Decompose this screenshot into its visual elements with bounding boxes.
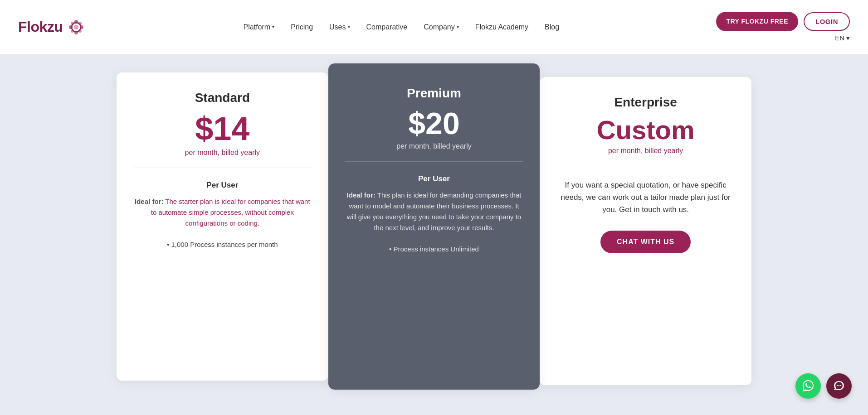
standard-billing: per month, billed yearly — [133, 149, 312, 157]
premium-features: Process instances Unlimited — [345, 242, 524, 256]
standard-ideal-for: Ideal for: The starter plan is ideal for… — [133, 196, 312, 229]
nav-academy[interactable]: Flokzu Academy — [467, 19, 536, 35]
enterprise-price: Custom — [556, 117, 735, 143]
header-buttons: TRY FLOKZU FREE LOGIN — [716, 12, 850, 31]
floating-chat-buttons — [795, 373, 852, 399]
premium-card: Premium $20 per month, billed yearly Per… — [328, 63, 540, 390]
svg-point-9 — [74, 25, 78, 29]
chevron-down-icon: ▾ — [272, 24, 274, 29]
enterprise-description: If you want a special quotation, or have… — [556, 179, 735, 216]
standard-ideal-text: The starter plan is ideal for companies … — [151, 198, 310, 227]
language-selector[interactable]: EN ▾ — [835, 34, 850, 42]
try-free-button[interactable]: TRY FLOKZU FREE — [716, 12, 798, 31]
premium-price: $20 — [345, 108, 524, 139]
svg-point-10 — [837, 385, 838, 386]
premium-billing: per month, billed yearly — [345, 142, 524, 150]
header-right: TRY FLOKZU FREE LOGIN EN ▾ — [716, 12, 850, 42]
svg-point-4 — [80, 25, 83, 29]
enterprise-card: Enterprise Custom per month, billed year… — [540, 77, 751, 385]
logo[interactable]: Flokzu — [18, 17, 86, 37]
nav-comparative[interactable]: Comparative — [358, 19, 416, 35]
chevron-down-icon: ▾ — [846, 34, 850, 42]
nav-uses[interactable]: Uses ▾ — [321, 19, 358, 35]
logo-text: Flokzu — [18, 19, 63, 35]
chat-with-us-button[interactable]: CHAT WITH US — [600, 231, 691, 253]
login-button[interactable]: LOGIN — [804, 12, 850, 31]
chevron-down-icon: ▾ — [457, 24, 459, 29]
main-nav: Platform ▾ Pricing Uses ▾ Comparative Co… — [86, 19, 716, 35]
svg-point-7 — [71, 29, 74, 33]
standard-card: Standard $14 per month, billed yearly Pe… — [117, 72, 328, 381]
logo-icon — [66, 17, 86, 37]
svg-point-12 — [840, 385, 841, 386]
pricing-section: Standard $14 per month, billed yearly Pe… — [0, 54, 868, 415]
premium-feature-1: Process instances Unlimited — [345, 242, 524, 256]
live-chat-button[interactable] — [826, 373, 852, 399]
standard-features: 1,000 Process instances per month — [133, 238, 312, 252]
pricing-grid: Standard $14 per month, billed yearly Pe… — [117, 72, 751, 390]
nav-platform[interactable]: Platform ▾ — [235, 19, 283, 35]
svg-point-5 — [71, 22, 74, 25]
svg-point-6 — [78, 22, 82, 25]
enterprise-billing: per month, billed yearly — [556, 147, 735, 155]
svg-point-3 — [69, 25, 73, 29]
premium-divider — [345, 161, 524, 162]
premium-ideal-for: Ideal for: This plan is ideal for demand… — [345, 190, 524, 233]
whatsapp-icon — [801, 379, 815, 393]
whatsapp-button[interactable] — [795, 373, 821, 399]
header: Flokzu Platform ▾ Pricing Uses ▾ Comp — [0, 0, 868, 54]
enterprise-divider — [556, 166, 735, 166]
standard-feature-1: 1,000 Process instances per month — [133, 238, 312, 252]
chat-bubble-icon — [833, 380, 845, 392]
svg-point-8 — [78, 29, 82, 33]
standard-price: $14 — [133, 112, 312, 145]
svg-point-2 — [74, 31, 78, 34]
standard-plan-name: Standard — [133, 91, 312, 105]
premium-per-user: Per User — [345, 174, 524, 183]
nav-pricing[interactable]: Pricing — [283, 19, 321, 35]
standard-per-user: Per User — [133, 181, 312, 190]
standard-divider — [133, 168, 312, 168]
nav-company[interactable]: Company ▾ — [415, 19, 467, 35]
premium-plan-name: Premium — [345, 86, 524, 101]
nav-blog[interactable]: Blog — [536, 19, 567, 35]
chevron-down-icon: ▾ — [348, 24, 350, 29]
enterprise-plan-name: Enterprise — [556, 95, 735, 110]
svg-point-1 — [74, 20, 78, 24]
svg-point-11 — [839, 385, 839, 386]
